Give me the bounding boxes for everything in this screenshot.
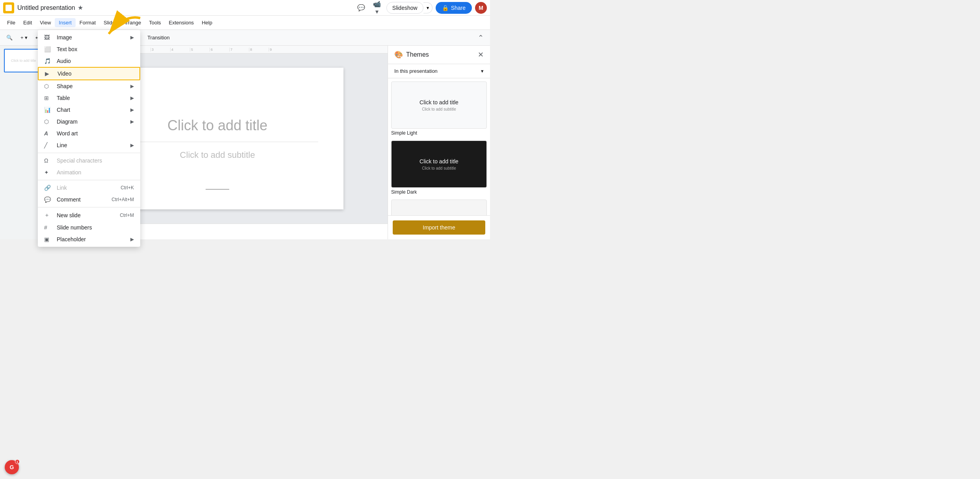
arrow-icon: ▶: [130, 35, 134, 40]
menu-item-comment-label: Comment: [57, 196, 108, 203]
menu-item-link-label: Link: [57, 185, 117, 191]
menu-item-shape[interactable]: ⬡ Shape ▶: [38, 80, 140, 92]
menu-item-placeholder-label: Placeholder: [57, 236, 127, 239]
theme-card-streamline[interactable]: Click to add title Click to add subtitle…: [391, 200, 487, 215]
menu-file[interactable]: File: [3, 18, 19, 27]
link-icon: 🔗: [44, 185, 52, 191]
menu-item-textbox[interactable]: ⬜ Text box: [38, 43, 140, 55]
zoom-btn[interactable]: + ▾: [17, 33, 31, 42]
divider-1: [38, 153, 140, 153]
menu-item-comment[interactable]: 💬 Comment Ctrl+Alt+M: [38, 194, 140, 205]
menu-arrange[interactable]: Arrange: [119, 18, 145, 27]
menu-item-diagram-label: Diagram: [57, 118, 127, 125]
themes-list: Click to add title Click to add subtitle…: [388, 78, 490, 215]
menu-item-new-slide[interactable]: ＋ New slide Ctrl+M: [38, 209, 140, 222]
arrow-icon-chart: ▶: [130, 107, 134, 113]
animation-icon: ✦: [44, 169, 52, 176]
insert-dropdown-overlay: 🖼 Image ▶ ⬜ Text box 🎵 Audio ▶ Video ⬡ S…: [38, 30, 140, 239]
theme-card-simple-dark[interactable]: Click to add title Click to add subtitle…: [391, 141, 487, 195]
themes-footer: Import theme: [388, 215, 490, 239]
themes-label: Themes: [406, 51, 429, 58]
divider-3: [38, 207, 140, 207]
menu-item-placeholder[interactable]: ▣ Placeholder ▶: [38, 233, 140, 239]
menu-insert[interactable]: Insert: [55, 18, 76, 27]
slideshow-caret[interactable]: ▾: [423, 2, 432, 13]
themes-dropdown-label: In this presentation: [394, 68, 438, 74]
menu-item-slide-numbers[interactable]: # Slide numbers: [38, 222, 140, 233]
theme-preview-sub-dark: Click to add subtitle: [422, 166, 456, 170]
meet-btn[interactable]: 📹 ▾: [371, 2, 383, 14]
menu-item-table[interactable]: ⊞ Table ▶: [38, 92, 140, 104]
chart-icon: 📊: [44, 107, 52, 113]
menu-item-animation-label: Animation: [57, 169, 134, 176]
arrow-icon-table: ▶: [130, 95, 134, 101]
menu-item-chart[interactable]: 📊 Chart ▶: [38, 104, 140, 116]
menu-item-wordart-label: Word art: [57, 130, 134, 137]
video-icon: ▶: [45, 70, 53, 77]
menu-item-diagram[interactable]: ⬡ Diagram ▶: [38, 116, 140, 128]
menu-item-special-chars: Ω Special characters: [38, 155, 140, 166]
arrow-icon-line: ▶: [130, 142, 134, 148]
menu-item-new-slide-label: New slide: [57, 212, 117, 218]
arrow-icon-placeholder: ▶: [130, 237, 134, 239]
comment-shortcut: Ctrl+Alt+M: [111, 197, 134, 202]
star-icon[interactable]: ★: [78, 4, 83, 11]
menu-item-slide-numbers-label: Slide numbers: [57, 224, 134, 231]
shape-icon: ⬡: [44, 83, 52, 89]
comment-icon-menu: 💬: [44, 196, 52, 203]
placeholder-icon: ▣: [44, 236, 52, 239]
link-shortcut: Ctrl+K: [121, 185, 134, 190]
slideshow-button[interactable]: Slideshow: [386, 2, 423, 14]
avatar[interactable]: M: [475, 2, 487, 14]
search-btn[interactable]: 🔍: [3, 33, 16, 42]
menu-tools[interactable]: Tools: [145, 18, 165, 27]
menu-view[interactable]: View: [36, 18, 55, 27]
chevron-down-icon: ▾: [481, 68, 484, 74]
arrow-icon-shape: ▶: [130, 83, 134, 89]
theme-preview-streamline: Click to add title Click to add subtitle: [391, 200, 487, 215]
menu-slide[interactable]: Slide: [100, 18, 119, 27]
table-icon: ⊞: [44, 95, 52, 101]
theme-name-simple-light: Simple Light: [391, 130, 487, 136]
new-slide-shortcut: Ctrl+M: [120, 213, 134, 218]
menu-item-animation: ✦ Animation: [38, 166, 140, 178]
menu-item-shape-label: Shape: [57, 83, 127, 89]
toolbar-collapse-btn[interactable]: ⌃: [475, 32, 487, 44]
menu-item-wordart[interactable]: A Word art: [38, 128, 140, 139]
menu-item-line[interactable]: ╱ Line ▶: [38, 139, 140, 151]
theme-preview-title-dark: Click to add title: [419, 158, 458, 165]
themes-panel: 🎨 Themes ✕ In this presentation ▾ Click …: [388, 46, 490, 239]
menu-edit[interactable]: Edit: [19, 18, 36, 27]
menu-item-video[interactable]: ▶ Video: [38, 67, 140, 80]
slide-subtitle-placeholder[interactable]: Click to add subtitle: [180, 150, 255, 160]
menu-extensions[interactable]: Extensions: [165, 18, 198, 27]
theme-preview-simple-dark: Click to add title Click to add subtitle: [391, 141, 487, 188]
share-button[interactable]: 🔒 Share: [436, 2, 472, 14]
menu-format[interactable]: Format: [76, 18, 100, 27]
new-slide-icon: ＋: [44, 212, 52, 219]
import-theme-button[interactable]: Import theme: [393, 220, 485, 235]
divider-2: [38, 180, 140, 180]
menu-item-table-label: Table: [57, 95, 127, 101]
comment-btn[interactable]: 💬: [355, 2, 368, 14]
slide-title-placeholder[interactable]: Click to add title: [167, 117, 267, 134]
slide-thumbnail-1[interactable]: 1 Click to add title: [4, 49, 43, 72]
themes-close-icon[interactable]: ✕: [478, 50, 484, 59]
menu-item-video-label: Video: [58, 70, 133, 77]
themes-header: 🎨 Themes ✕: [388, 46, 490, 64]
theme-card-simple-light[interactable]: Click to add title Click to add subtitle…: [391, 81, 487, 136]
document-title[interactable]: Untitled presentation: [17, 4, 75, 11]
menu-item-image[interactable]: 🖼 Image ▶: [38, 31, 140, 43]
line-icon: ╱: [44, 142, 52, 148]
themes-dropdown[interactable]: In this presentation ▾: [388, 64, 490, 78]
menu-item-textbox-label: Text box: [57, 46, 134, 52]
special-chars-icon: Ω: [44, 157, 52, 164]
slide-numbers-icon: #: [44, 224, 52, 231]
title-bar: Untitled presentation ★ 💬 📹 ▾ Slideshow …: [0, 0, 490, 16]
menu-help[interactable]: Help: [198, 18, 216, 27]
diagram-icon: ⬡: [44, 118, 52, 125]
menu-item-audio[interactable]: 🎵 Audio: [38, 55, 140, 67]
menu-item-audio-label: Audio: [57, 58, 134, 64]
transition-btn[interactable]: Transition: [144, 33, 173, 42]
wordart-icon: A: [44, 130, 52, 137]
